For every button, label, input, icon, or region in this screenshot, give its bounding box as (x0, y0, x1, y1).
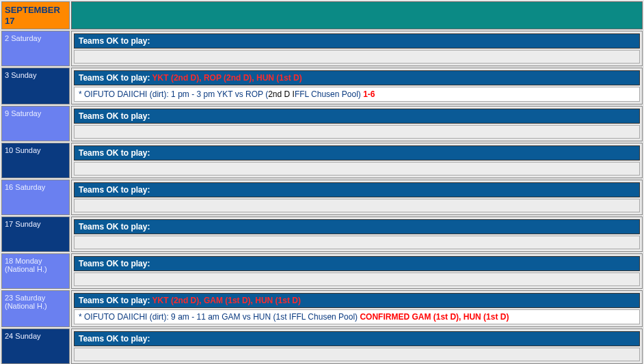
event-body (74, 348, 640, 361)
month-header: SEPTEMBER 17 (1, 1, 70, 29)
event-body (74, 162, 640, 176)
teams-ok-bar: Teams OK to play: (74, 145, 640, 160)
date-cell: 17 Sunday (1, 216, 70, 252)
text-segment: * OIFUTO DAIICHI (dirt): 9 am - 11 am GA… (79, 312, 360, 322)
teams-ok-bar: Teams OK to play: (74, 33, 640, 48)
teams-ok-bar: Teams OK to play: (74, 256, 640, 271)
content-cell: Teams OK to play: (71, 106, 643, 141)
date-cell: 3 Sunday (1, 68, 70, 104)
text-segment: Teams OK to play: (79, 111, 150, 121)
date-label: 3 Sunday (5, 71, 66, 79)
teams-ok-bar: Teams OK to play: (74, 182, 640, 197)
content-cell: Teams OK to play: YKT (2nd D), ROP (2nd … (71, 68, 643, 104)
text-segment: YKT (2nd D), GAM (1st D), HUN (1st D) (152, 296, 301, 305)
text-segment: 2nd D I (268, 89, 295, 99)
teams-ok-bar: Teams OK to play: (74, 109, 640, 124)
date-cell: 23 Saturday (National H.) (1, 290, 70, 327)
event-body (74, 50, 640, 64)
date-label: 23 Saturday (National H.) (5, 294, 66, 310)
teams-ok-bar: Teams OK to play: (74, 331, 640, 346)
date-cell: 2 Saturday (1, 31, 70, 66)
date-cell: 18 Monday (National H.) (1, 253, 70, 289)
teams-ok-bar: Teams OK to play: YKT (2nd D), GAM (1st … (74, 293, 640, 308)
text-segment: Teams OK to play: (79, 222, 150, 232)
teams-ok-bar: Teams OK to play: (74, 219, 640, 234)
event-body (74, 125, 640, 139)
text-segment: CONFIRMED GAM (1st D), HUN (1st D) (360, 312, 509, 322)
month-header-spacer (71, 1, 643, 29)
event-body (74, 272, 640, 286)
event-body: * OIFUTO DAIICHI (dirt): 1 pm - 3 pm YKT… (74, 87, 640, 102)
content-cell: Teams OK to play: (71, 253, 643, 289)
date-label: 2 Saturday (5, 34, 66, 42)
content-cell: Teams OK to play: (71, 216, 643, 252)
date-label: 18 Monday (National H.) (5, 257, 66, 273)
text-segment: Teams OK to play: (79, 334, 150, 344)
content-cell: Teams OK to play: YKT (2nd D), GAM (1st … (71, 290, 643, 327)
text-segment: 1-6 (363, 89, 375, 99)
date-cell: 9 Saturday (1, 106, 70, 141)
text-segment: Teams OK to play: (79, 185, 150, 195)
date-label: 17 Sunday (5, 220, 66, 228)
text-segment: FFL Chusen Pool) (295, 89, 363, 99)
date-label: 9 Saturday (5, 109, 66, 117)
date-cell: 24 Sunday (1, 328, 70, 364)
content-cell: Teams OK to play: (71, 180, 643, 215)
content-cell: Teams OK to play: (71, 328, 643, 364)
date-label: 16 Saturday (5, 183, 66, 191)
schedule-grid: SEPTEMBER 17 2 SaturdayTeams OK to play:… (0, 0, 644, 364)
date-cell: 10 Sunday (1, 143, 70, 178)
date-label: 10 Sunday (5, 146, 66, 154)
teams-ok-bar: Teams OK to play: YKT (2nd D), ROP (2nd … (74, 70, 640, 85)
date-cell: 16 Saturday (1, 180, 70, 215)
event-body (74, 236, 640, 249)
content-cell: Teams OK to play: (71, 31, 643, 66)
text-segment: Teams OK to play: (79, 148, 150, 158)
event-body (74, 199, 640, 212)
text-segment: Teams OK to play: (79, 73, 152, 83)
text-segment: Teams OK to play: (79, 36, 150, 46)
text-segment: * OIFUTO DAIICHI (dirt): 1 pm - 3 pm YKT… (79, 89, 268, 99)
content-cell: Teams OK to play: (71, 143, 643, 178)
date-label: 24 Sunday (5, 332, 66, 340)
text-segment: Teams OK to play: (79, 259, 150, 268)
text-segment: Teams OK to play: (79, 296, 152, 305)
event-body: * OIFUTO DAIICHI (dirt): 9 am - 11 am GA… (74, 309, 640, 324)
text-segment: YKT (2nd D), ROP (2nd D), HUN (1st D) (152, 73, 302, 83)
